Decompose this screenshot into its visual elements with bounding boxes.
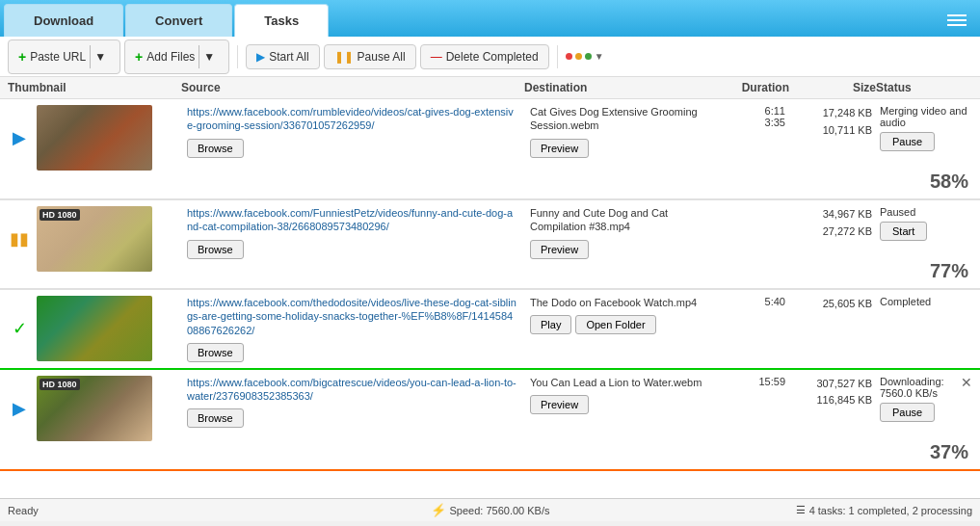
preview-button[interactable]: Preview: [530, 139, 589, 158]
duration-cell: 6:113:35: [712, 105, 789, 128]
tab-download[interactable]: Download: [4, 4, 123, 37]
size-cell: 25,605 KB: [789, 296, 876, 313]
destination-filename: You Can Lead a Lion to Water.webm: [530, 376, 706, 389]
browse-button[interactable]: Browse: [187, 343, 244, 362]
menu-button[interactable]: [943, 11, 970, 30]
status-cell: Completed: [876, 296, 972, 311]
destination-cell: Cat Gives Dog Extensive Grooming Session…: [524, 105, 712, 158]
status-cell: ✕ Downloading: 7560.0 KB/s Pause 37%: [876, 376, 972, 463]
status-cell: Paused Start 77%: [876, 206, 972, 282]
dot-green: [585, 53, 592, 60]
separator1: [237, 45, 238, 68]
size-cell: 34,967 KB27,272 KB: [789, 206, 876, 240]
pause-icon: ❚❚: [334, 50, 354, 64]
size-cell: 307,527 KB116,845 KB: [789, 376, 876, 409]
speed-icon: ⚡: [431, 503, 446, 517]
preview-button[interactable]: Preview: [530, 240, 589, 259]
destination-cell: The Dodo on Facebook Watch.mp4 PlayOpen …: [524, 296, 712, 334]
duration-cell: 5:40: [712, 296, 789, 307]
status-play-icon: ▶: [8, 397, 31, 420]
thumbnail-image: [37, 296, 152, 361]
header-menu: [943, 4, 976, 37]
thumbnail-image: [37, 105, 152, 171]
dot-red: [566, 53, 572, 60]
source-url: https://www.facebook.com/thedodosite/vid…: [187, 296, 518, 337]
thumbnail-image: HD 1080: [37, 376, 152, 441]
statusbar-speed: ⚡ Speed: 7560.00 KB/s: [330, 503, 651, 517]
col-thumbnail: Thumbnail: [8, 81, 181, 94]
source-cell: https://www.facebook.com/FunniestPetz/vi…: [181, 206, 524, 259]
destination-cell: Funny and Cute Dog and Cat Compilation #…: [524, 206, 712, 259]
dot-orange: [575, 53, 582, 60]
destination-filename: Cat Gives Dog Extensive Grooming Session…: [530, 105, 706, 133]
size-cell: 17,248 KB10,711 KB: [789, 105, 876, 139]
status-text: Downloading: 7560.0 KB/s: [880, 376, 968, 399]
duration-cell: 15:59: [712, 376, 789, 387]
dots-menu[interactable]: ▼: [566, 51, 604, 62]
source-url: https://www.facebook.com/rumblevideo/vid…: [187, 105, 518, 133]
status-pause-icon: ▮▮: [8, 227, 31, 250]
source-cell: https://www.facebook.com/rumblevideo/vid…: [181, 105, 524, 158]
hd-badge: HD 1080: [40, 209, 80, 221]
tasks-list: ▶ https://www.facebook.com/rumblevideo/v…: [0, 99, 980, 498]
separator2: [557, 45, 558, 68]
paste-url-button[interactable]: + Paste URL ▼: [8, 39, 120, 74]
browse-button[interactable]: Browse: [187, 139, 244, 158]
col-destination: Destination: [524, 81, 712, 94]
col-size: Size: [789, 81, 876, 94]
app-container: Download Convert Tasks + Paste URL ▼ + A…: [0, 0, 980, 521]
col-source: Source: [181, 81, 524, 94]
paste-dropdown-arrow[interactable]: ▼: [90, 45, 110, 68]
add-dropdown-arrow[interactable]: ▼: [199, 45, 219, 68]
status-play-icon: ▶: [8, 126, 31, 149]
add-files-button[interactable]: + Add Files ▼: [124, 39, 229, 74]
play-button[interactable]: Play: [530, 315, 571, 334]
plus-icon: +: [18, 49, 26, 65]
thumbnail-cell: ✓: [8, 296, 181, 361]
start-all-button[interactable]: ▶ Start All: [246, 44, 319, 69]
status-text: Paused: [880, 206, 968, 218]
statusbar-ready: Ready: [8, 505, 330, 516]
task-row-4: ▶ HD 1080 https://www.facebook.com/bigca…: [0, 370, 980, 471]
tab-tasks[interactable]: Tasks: [234, 4, 329, 37]
statusbar: Ready ⚡ Speed: 7560.00 KB/s ☰ 4 tasks: 1…: [0, 498, 980, 521]
task-row-1: ▶ https://www.facebook.com/rumblevideo/v…: [0, 99, 980, 200]
source-cell: https://www.facebook.com/bigcatrescue/vi…: [181, 376, 524, 429]
destination-filename: Funny and Cute Dog and Cat Compilation #…: [530, 206, 706, 234]
progress-percent: 37%: [880, 441, 968, 463]
col-duration: Duration: [712, 81, 789, 94]
thumbnail-image: HD 1080: [37, 206, 152, 272]
progress-percent: 77%: [880, 260, 968, 282]
action-start-button[interactable]: Start: [880, 222, 927, 241]
preview-button[interactable]: Preview: [530, 395, 589, 414]
column-headers: Thumbnail Source Destination Duration Si…: [0, 77, 980, 99]
tab-convert[interactable]: Convert: [125, 4, 232, 37]
pause-all-button[interactable]: ❚❚ Pause All: [324, 44, 416, 69]
browse-button[interactable]: Browse: [187, 240, 244, 259]
hd-badge: HD 1080: [40, 379, 80, 390]
delete-completed-button[interactable]: — Delete Completed: [420, 44, 549, 69]
destination-cell: You Can Lead a Lion to Water.webm Previe…: [524, 376, 712, 414]
source-cell: https://www.facebook.com/thedodosite/vid…: [181, 296, 524, 362]
close-button[interactable]: ✕: [961, 376, 972, 389]
thumbnail-cell: ▮▮ HD 1080: [8, 206, 181, 272]
task-row-2: ▮▮ HD 1080 https://www.facebook.com/Funn…: [0, 200, 980, 290]
open-folder-button[interactable]: Open Folder: [575, 315, 655, 334]
statusbar-tasks: ☰ 4 tasks: 1 completed, 2 processing: [650, 504, 972, 516]
thumbnail-cell: ▶ HD 1080: [8, 376, 181, 441]
col-status: Status: [876, 81, 972, 94]
source-url: https://www.facebook.com/bigcatrescue/vi…: [187, 376, 518, 404]
action-pause-button[interactable]: Pause: [880, 403, 935, 422]
destination-filename: The Dodo on Facebook Watch.mp4: [530, 296, 706, 309]
action-pause-button[interactable]: Pause: [880, 132, 935, 151]
source-url: https://www.facebook.com/FunniestPetz/vi…: [187, 206, 518, 234]
toolbar: + Paste URL ▼ + Add Files ▼ ▶ Start All …: [0, 37, 980, 77]
status-text: Completed: [880, 296, 968, 307]
status-cell: Merging video and audio Pause 58%: [876, 105, 972, 193]
browse-button[interactable]: Browse: [187, 408, 244, 428]
tasks-list-icon: ☰: [796, 504, 806, 516]
delete-icon: —: [431, 50, 442, 64]
header-tabs: Download Convert Tasks: [0, 0, 980, 37]
task-row-3: ✓ https://www.facebook.com/thedodosite/v…: [0, 290, 980, 370]
progress-percent: 58%: [880, 171, 968, 193]
